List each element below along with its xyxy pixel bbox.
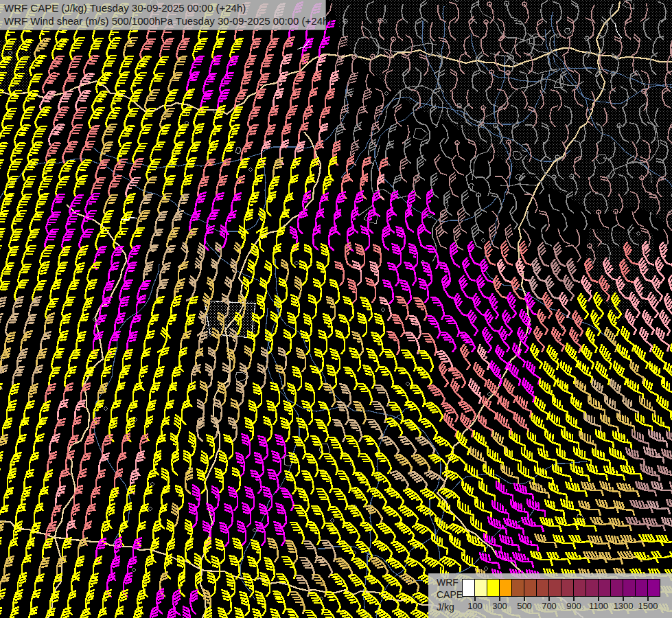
cape-color-cell <box>487 580 500 596</box>
cape-color-cell <box>636 580 648 596</box>
cape-scale-label: 700 <box>542 601 557 611</box>
legend-label-cape: CAPE <box>437 588 463 601</box>
title-cape: WRF CAPE (J/kg) Tuesday 30-09-2025 00:00… <box>4 1 325 14</box>
wind-barb-map <box>0 0 672 618</box>
cape-color-cell <box>561 580 574 596</box>
map-title-overlay: WRF CAPE (J/kg) Tuesday 30-09-2025 00:00… <box>0 0 326 30</box>
cape-scale-label: 500 <box>517 601 532 611</box>
cape-scale-tick <box>524 596 525 601</box>
cape-color-cell <box>586 580 599 596</box>
cape-color-cell <box>549 580 561 596</box>
legend-label-wrf: WRF <box>437 576 463 588</box>
cape-color-cell <box>500 580 512 596</box>
cape-scale-label: 100 <box>467 601 483 611</box>
cape-scale-label: 1100 <box>589 601 608 611</box>
cape-color-cell <box>512 580 524 596</box>
cape-color-cell <box>599 580 611 596</box>
cape-scale-label: 1300 <box>614 601 634 611</box>
cape-scale-tick <box>499 596 500 601</box>
legend-label-unit: J/kg <box>437 601 463 613</box>
cape-color-cell <box>475 580 487 596</box>
cape-color-cell <box>524 580 537 596</box>
cape-scale-tick <box>548 596 550 601</box>
cape-scale-tick <box>647 596 649 601</box>
cape-scale-label: 1500 <box>638 601 658 611</box>
cape-scale-tick <box>623 596 624 601</box>
cape-scale-label: 300 <box>492 601 507 611</box>
cape-color-cell <box>623 580 636 596</box>
cape-color-cell <box>537 580 549 596</box>
cape-color-cell <box>463 580 475 596</box>
cape-scale-label: 900 <box>566 601 581 611</box>
cape-scale-tick <box>598 596 599 601</box>
weather-map-stage: WRF CAPE (J/kg) Tuesday 30-09-2025 00:00… <box>0 0 672 618</box>
cape-color-cell <box>611 580 623 596</box>
cape-color-cell <box>648 580 660 596</box>
legend-label: WRF CAPE J/kg <box>437 576 463 613</box>
cape-legend: WRF CAPE J/kg 10030050070090011001300150… <box>428 573 672 618</box>
cape-colorbar <box>462 579 660 597</box>
title-wind-shear: WRF Wind shear (m/s) 500/1000hPa Tuesday… <box>4 14 325 27</box>
cape-scale-tick <box>474 596 476 601</box>
cape-color-cell <box>574 580 586 596</box>
cape-scale-tick <box>573 596 575 601</box>
